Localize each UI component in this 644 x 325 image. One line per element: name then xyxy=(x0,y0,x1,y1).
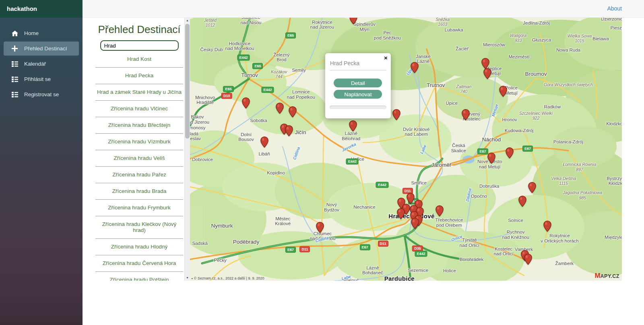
mapycz-logo-text: APY.CZ xyxy=(601,273,619,279)
plan-button[interactable]: Naplánovat xyxy=(334,90,382,99)
destination-list-item[interactable]: Zřícenina hradu Brada xyxy=(95,183,183,199)
sidebar-item-prihlasit-se[interactable]: Přihlásit se xyxy=(0,72,83,86)
sidebar-item-label: Home xyxy=(24,30,39,36)
destination-list-item[interactable]: Zřícenina hradu Veliš xyxy=(95,150,183,166)
destination-list-item[interactable]: Zřícenina hradu Červená Hora xyxy=(95,255,183,271)
sidebar-item-kalendar[interactable]: Kalendář xyxy=(0,57,83,71)
plus-icon xyxy=(11,46,18,52)
map-marker-pin[interactable] xyxy=(276,103,284,114)
map-marker-pin[interactable] xyxy=(289,106,297,118)
destination-list-item[interactable]: Zřícenina hradu Pařez xyxy=(95,166,183,183)
destinations-inner: Přehled Destinací Hrad KostHrad PeckaHra… xyxy=(95,23,183,281)
map-marker-pin[interactable] xyxy=(481,58,489,69)
th-list-icon xyxy=(11,61,18,67)
mapycz-logo[interactable]: MAPY.CZ xyxy=(594,272,619,280)
map-marker-pin[interactable] xyxy=(260,137,268,148)
map-marker-pin[interactable] xyxy=(349,18,357,25)
close-icon[interactable]: × xyxy=(384,54,388,61)
scroll-up-icon[interactable]: ▲ xyxy=(185,18,190,23)
destination-list-item[interactable]: Zřícenina hradu Hlodný xyxy=(95,238,183,255)
brand-title: hackathon xyxy=(0,0,83,18)
map-marker-pin[interactable] xyxy=(487,153,495,164)
content: Přehled Destinací Hrad KostHrad PeckaHra… xyxy=(83,18,644,287)
main-area: About Přehled Destinací Hrad KostHrad Pe… xyxy=(83,0,644,325)
map-marker-pin[interactable] xyxy=(461,109,470,120)
map-marker-pin[interactable] xyxy=(411,218,419,229)
list-scrollbar[interactable]: ▲ ▼ xyxy=(184,18,190,281)
map-collapse-icon[interactable]: ▪ xyxy=(192,277,193,280)
sidebar-item-label: Registrovat se xyxy=(24,91,59,97)
sidebar-item-label: Kalendář xyxy=(24,61,46,67)
destination-list: Hrad KostHrad PeckaHrad a zámek Staré Hr… xyxy=(95,51,183,281)
map-marker-pin[interactable] xyxy=(316,222,324,233)
map-marker-pin[interactable] xyxy=(518,196,527,207)
attribution-text: © Seznam.cz, a.s., 2022 a další | 9. 9. … xyxy=(194,276,264,280)
home-icon xyxy=(11,30,18,36)
destinations-panel: Přehled Destinací Hrad KostHrad PeckaHra… xyxy=(83,18,190,281)
destination-search-input[interactable] xyxy=(100,40,179,51)
destination-list-item[interactable]: Zřícenina hradu Potštejn xyxy=(95,271,183,281)
destination-list-item[interactable]: Hrad Pecka xyxy=(95,67,183,84)
map-popup: × Hrad Pecka Detail Naplánovat xyxy=(325,53,391,118)
map-marker-pin[interactable] xyxy=(349,120,357,131)
map-marker-pin[interactable] xyxy=(396,208,405,219)
about-link[interactable]: About xyxy=(607,5,622,12)
destination-list-item[interactable]: Hrad a zámek Staré Hrady u Jičína xyxy=(95,84,183,100)
sidebar-item-home[interactable]: Home xyxy=(0,26,83,40)
map-marker-pin[interactable] xyxy=(436,205,444,216)
map-marker-pin[interactable] xyxy=(543,221,552,232)
topbar: About xyxy=(83,0,644,18)
th-list-icon xyxy=(11,76,18,82)
sidebar-item-label: Přihlásit se xyxy=(24,76,51,82)
map-marker-pin[interactable] xyxy=(407,193,415,204)
sidebar: hackathon HomePřehled DestinacíKalendářP… xyxy=(0,0,83,325)
map-markers-layer xyxy=(190,18,622,281)
popup-footer-bar xyxy=(330,106,386,109)
map-marker-pin[interactable] xyxy=(410,62,419,73)
sidebar-nav: HomePřehled DestinacíKalendářPřihlásit s… xyxy=(0,18,83,101)
destinations-title: Přehled Destinací xyxy=(95,23,183,36)
scrollbar-thumb[interactable] xyxy=(185,24,190,139)
detail-button[interactable]: Detail xyxy=(334,79,382,87)
sidebar-item-registrovat-se[interactable]: Registrovat se xyxy=(0,87,83,101)
th-list-icon xyxy=(11,91,18,97)
destination-list-item[interactable]: Zřícenina hradu Klečkov (Nový hrad) xyxy=(95,216,183,238)
destination-list-item[interactable]: Hrad Kost xyxy=(95,51,183,67)
destination-list-item[interactable]: Zřícenina hradu Vízmburk xyxy=(95,133,183,150)
map-marker-pin[interactable] xyxy=(528,182,536,193)
scroll-down-icon[interactable]: ▼ xyxy=(185,275,190,281)
map-marker-pin[interactable] xyxy=(483,68,492,79)
destination-list-item[interactable]: Zřícenina hradu Břecštejn xyxy=(95,117,183,133)
sidebar-item-label: Přehled Destinací xyxy=(24,46,67,52)
map-marker-pin[interactable] xyxy=(285,125,293,137)
popup-title: Hrad Pecka xyxy=(330,60,386,70)
map-marker-pin[interactable] xyxy=(506,147,514,159)
mapycz-logo-m: M xyxy=(594,272,600,279)
map-marker-pin[interactable] xyxy=(392,109,400,120)
destination-list-item[interactable]: Zřícenina hradu Vlčinec xyxy=(95,100,183,117)
map-marker-pin[interactable] xyxy=(499,86,507,97)
destination-list-item[interactable]: Zřícenina hradu Frymburk xyxy=(95,199,183,216)
map-canvas[interactable]: Jablonec nad NisouTanvaldJeštěd 1012Roky… xyxy=(190,18,622,281)
map-attribution: ▪© Seznam.cz, a.s., 2022 a další | 9. 9.… xyxy=(192,276,264,280)
map-marker-pin[interactable] xyxy=(524,254,533,265)
map-marker-pin[interactable] xyxy=(242,97,250,109)
sidebar-item-prehled-destinaci[interactable]: Přehled Destinací xyxy=(4,41,79,56)
